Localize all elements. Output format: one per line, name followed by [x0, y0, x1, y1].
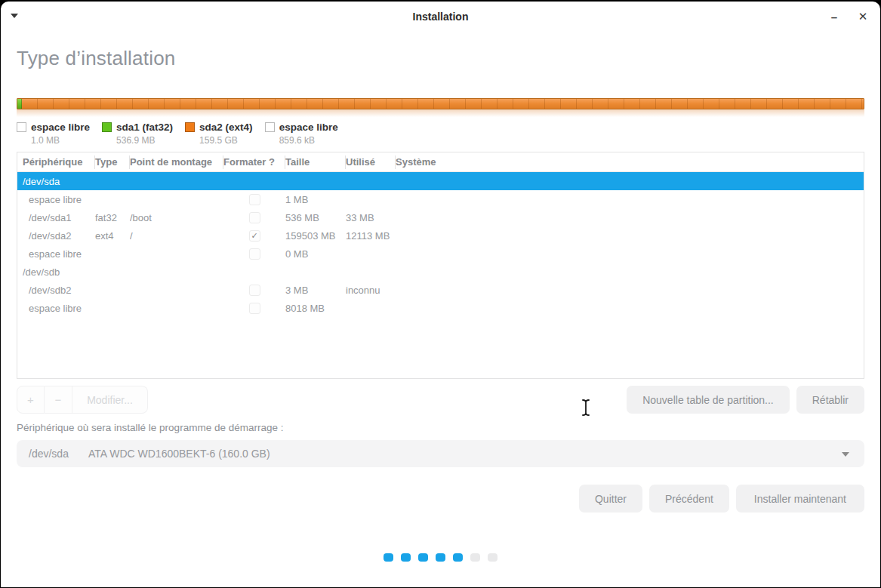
cell-mount: /	[130, 230, 223, 242]
progress-dots	[17, 553, 864, 562]
installer-window: Installation – ✕ Type d’installation esp…	[1, 2, 880, 587]
format-checkbox[interactable]	[249, 285, 260, 296]
progress-dot	[401, 553, 411, 562]
legend-label: sda1 (fat32)	[116, 122, 173, 133]
table-row-dev-sda[interactable]: /dev/sda	[17, 172, 864, 190]
progress-dot	[436, 553, 445, 562]
column-header-used[interactable]: Utilisé	[346, 155, 396, 169]
format-checkbox[interactable]	[249, 248, 260, 260]
cell-size: 3 MB	[285, 285, 346, 296]
cell-device: /dev/sda1	[23, 212, 95, 223]
format-checkbox[interactable]	[249, 212, 260, 223]
progress-dot	[470, 553, 480, 562]
cell-used: 33 MB	[346, 212, 396, 223]
back-button[interactable]: Précédent	[649, 485, 729, 513]
bootloader-device-description: ATA WDC WD1600BEKT-6 (160.0 GB)	[88, 448, 270, 460]
legend-swatch	[265, 122, 275, 132]
bootloader-device-select[interactable]: /dev/sda ATA WDC WD1600BEKT-6 (160.0 GB)	[17, 440, 864, 467]
revert-button[interactable]: Rétablir	[796, 386, 864, 414]
legend-size: 1.0 MB	[31, 135, 90, 146]
window-title: Installation	[413, 11, 469, 23]
quit-button[interactable]: Quitter	[579, 485, 642, 513]
column-header-size[interactable]: Taille	[285, 155, 346, 169]
table-row-dev-sda1[interactable]: /dev/sda1 fat32 /boot 536 MB 33 MB	[17, 208, 864, 226]
modify-partition-button[interactable]: Modifier...	[72, 386, 148, 414]
chevron-down-icon	[842, 452, 849, 457]
window-menu-arrow-icon[interactable]	[11, 14, 18, 18]
partition-table: Périphérique Type Point de montage Forma…	[17, 152, 864, 379]
install-now-button[interactable]: Installer maintenant	[736, 485, 864, 513]
cell-size: 8018 MB	[285, 303, 346, 314]
partition-bar-reflection	[17, 109, 864, 117]
table-row-dev-sda2[interactable]: /dev/sda2 ext4 / ✓ 159503 MB 12113 MB	[17, 226, 864, 245]
partition-usage-bar	[17, 98, 864, 117]
page-title: Type d’installation	[17, 47, 864, 70]
legend-size: 159.5 GB	[199, 135, 253, 146]
cell-used: inconnu	[346, 285, 396, 296]
add-partition-button[interactable]: +	[17, 386, 45, 414]
progress-dot	[488, 553, 497, 562]
partition-bar-segment-sda2	[22, 99, 864, 109]
footer-buttons: Quitter Précédent Installer maintenant	[17, 485, 864, 513]
legend-swatch	[17, 122, 26, 132]
new-partition-table-button[interactable]: Nouvelle table de partition...	[627, 386, 790, 414]
format-checkbox[interactable]	[249, 303, 260, 314]
cell-device: espace libre	[23, 248, 95, 260]
column-header-format[interactable]: Formater ?	[223, 155, 285, 169]
table-row-dev-sdb[interactable]: /dev/sdb	[17, 263, 864, 281]
text-cursor-icon	[580, 398, 592, 417]
legend-label: espace libre	[31, 122, 90, 133]
cell-size: 536 MB	[285, 212, 346, 223]
legend-size: 859.6 kB	[279, 135, 338, 146]
cell-type: ext4	[95, 230, 130, 242]
progress-dot	[418, 553, 428, 562]
legend-label: sda2 (ext4)	[199, 122, 253, 133]
edit-button-group: + − Modifier...	[17, 386, 148, 414]
minimize-button[interactable]: –	[827, 11, 841, 23]
cell-device: /dev/sda	[23, 176, 95, 187]
titlebar: Installation – ✕	[1, 2, 880, 32]
cell-used: 12113 MB	[346, 230, 396, 242]
bootloader-device: /dev/sda	[29, 448, 69, 460]
table-row-free-space[interactable]: espace libre 8018 MB	[17, 299, 864, 317]
cell-size: 1 MB	[285, 194, 346, 205]
close-button[interactable]: ✕	[856, 10, 870, 23]
progress-dot	[384, 553, 393, 562]
partition-toolbar: + − Modifier... Nouvelle table de partit…	[17, 386, 864, 414]
cell-device: /dev/sdb	[23, 266, 95, 278]
column-header-device[interactable]: Périphérique	[23, 155, 95, 169]
bootloader-label: Périphérique où sera installé le program…	[17, 422, 864, 433]
table-row-free-space[interactable]: espace libre 0 MB	[17, 245, 864, 263]
legend-item: espace libre 1.0 MB	[17, 122, 90, 146]
partition-legend: espace libre 1.0 MB sda1 (fat32) 536.9 M…	[17, 122, 864, 146]
cell-size: 159503 MB	[285, 230, 346, 242]
legend-swatch	[185, 122, 195, 132]
cell-size: 0 MB	[285, 248, 346, 260]
table-header: Périphérique Type Point de montage Forma…	[17, 152, 864, 172]
column-header-system[interactable]: Système	[396, 155, 864, 169]
column-header-mount[interactable]: Point de montage	[130, 155, 223, 169]
remove-partition-button[interactable]: −	[45, 386, 72, 414]
legend-item: sda1 (fat32) 536.9 MB	[102, 122, 173, 146]
cell-device: /dev/sdb2	[23, 285, 95, 296]
legend-label: espace libre	[279, 122, 338, 133]
format-checkbox[interactable]	[249, 194, 260, 205]
screen: { "colors": { "accent_blue": "#18a3e8", …	[0, 0, 881, 588]
cell-device: espace libre	[23, 194, 95, 205]
table-row-dev-sdb2[interactable]: /dev/sdb2 3 MB inconnu	[17, 281, 864, 299]
legend-swatch	[102, 122, 112, 132]
cell-mount: /boot	[130, 212, 223, 223]
table-row-free-space[interactable]: espace libre 1 MB	[17, 190, 864, 208]
progress-dot	[453, 553, 463, 562]
legend-size: 536.9 MB	[116, 135, 173, 146]
legend-item: sda2 (ext4) 159.5 GB	[185, 122, 253, 146]
column-header-type[interactable]: Type	[95, 155, 130, 169]
format-checkbox-checked[interactable]: ✓	[249, 230, 260, 242]
cell-type: fat32	[95, 212, 130, 223]
cell-device: /dev/sda2	[23, 230, 95, 242]
legend-item: espace libre 859.6 kB	[265, 122, 338, 146]
cell-device: espace libre	[23, 303, 95, 314]
